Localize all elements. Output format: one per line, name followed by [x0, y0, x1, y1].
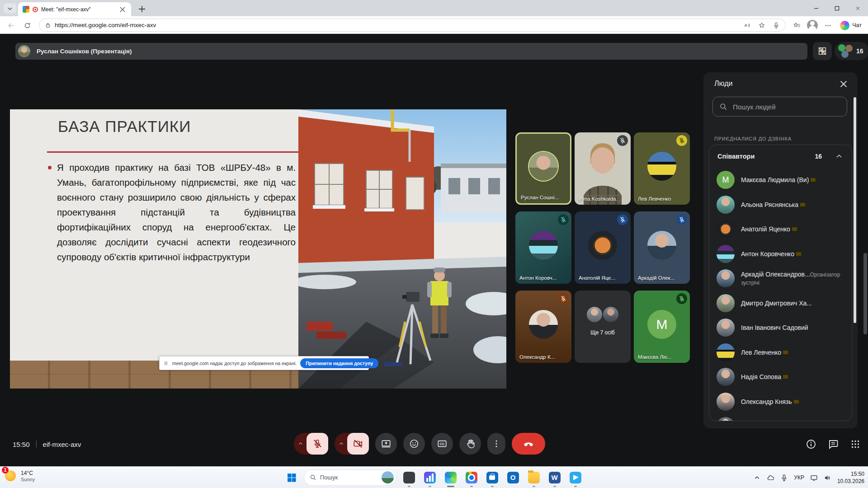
camera-off-button[interactable]: [347, 433, 369, 455]
taskbar-app-widgets[interactable]: [401, 469, 417, 486]
more-options-button[interactable]: [487, 433, 505, 455]
minimize-button[interactable]: [806, 0, 826, 16]
mic-off-icon[interactable]: [817, 200, 827, 210]
start-button[interactable]: [283, 469, 300, 486]
share-banner-message: meet.google.com надає доступ до зображен…: [172, 361, 297, 366]
favorite-star-icon[interactable]: [758, 22, 765, 29]
tab-close-icon[interactable]: [118, 5, 127, 14]
stop-sharing-button[interactable]: Припинити надання доступу: [300, 358, 378, 368]
more-options-icon[interactable]: [837, 299, 845, 307]
url-text[interactable]: https://meet.google.com/eif-mxec-axv: [55, 22, 740, 28]
tray-clock[interactable]: 15:50 10.03.2026: [837, 470, 864, 485]
onedrive-cloud-icon[interactable]: [767, 474, 774, 482]
tile-anton[interactable]: Антон Коровч...: [515, 211, 571, 284]
favorites-bar-icon[interactable]: [793, 22, 801, 29]
contributors-header[interactable]: Співавтори 16: [709, 145, 852, 168]
taskbar-app-explorer[interactable]: [525, 469, 542, 486]
mic-off-icon[interactable]: [817, 298, 827, 308]
more-options-icon[interactable]: [837, 398, 845, 406]
participant-name: Іван Іванович Садовий: [741, 324, 808, 331]
tile-iryna[interactable]: Iryna Koshkalda: [575, 132, 631, 205]
more-options-icon[interactable]: [837, 373, 845, 381]
reactions-button[interactable]: [403, 433, 425, 455]
volume-icon[interactable]: [824, 474, 831, 482]
voice-search-icon[interactable]: [773, 22, 780, 29]
tile-anatolii[interactable]: Анатолій Яце...: [575, 211, 631, 284]
mic-off-icon[interactable]: [817, 397, 827, 407]
search-highlight-image[interactable]: [382, 471, 394, 483]
search-icon: [719, 103, 727, 111]
new-tab-button[interactable]: [137, 4, 147, 14]
mic-off-icon[interactable]: [817, 323, 827, 333]
taskbar-app-outlook[interactable]: O: [505, 469, 521, 486]
taskbar-app-telegram[interactable]: [567, 469, 584, 486]
tiled-view-off-button[interactable]: [813, 42, 832, 60]
captions-button[interactable]: [431, 433, 453, 455]
collapse-chevron-icon[interactable]: [835, 152, 844, 161]
language-indicator[interactable]: УКР: [794, 474, 804, 481]
more-options-icon[interactable]: [837, 348, 845, 357]
weather-widget[interactable]: 1 14°C Sunny: [4, 469, 35, 483]
tile-others[interactable]: Ще 7 осіб: [575, 291, 631, 363]
copilot-button[interactable]: Чат: [838, 19, 866, 32]
back-icon[interactable]: [5, 19, 17, 32]
more-options-icon[interactable]: [837, 201, 845, 209]
tray-chevron-icon[interactable]: [753, 474, 761, 482]
maximize-button[interactable]: [826, 0, 847, 16]
meeting-details-icon[interactable]: [806, 439, 816, 450]
tile-lev[interactable]: Лев Левченко: [634, 132, 690, 205]
mic-off-icon[interactable]: [817, 347, 827, 357]
people-search[interactable]: [712, 97, 847, 117]
more-options-icon[interactable]: [837, 176, 845, 184]
read-aloud-icon[interactable]: [744, 22, 751, 29]
mic-off-button[interactable]: [307, 433, 328, 455]
mic-control[interactable]: [294, 433, 328, 455]
more-options-icon[interactable]: [837, 225, 845, 233]
mic-off-icon[interactable]: [817, 224, 827, 234]
mic-off-icon[interactable]: [817, 372, 827, 382]
taskbar-search[interactable]: Пошук: [304, 469, 396, 486]
more-options-icon[interactable]: [837, 250, 845, 258]
tile-ruslan[interactable]: Руслан Сошні...: [515, 132, 571, 205]
hide-banner-link[interactable]: Сховати: [384, 361, 402, 366]
end-call-button[interactable]: [512, 433, 545, 455]
page-scrollbar[interactable]: [863, 253, 867, 334]
more-options-icon[interactable]: [837, 324, 845, 332]
taskbar-app-chrome[interactable]: [463, 469, 480, 486]
more-options-icon[interactable]: [837, 274, 845, 282]
chat-icon[interactable]: [828, 439, 839, 450]
taskbar-app-trading[interactable]: [421, 469, 438, 486]
close-window-button[interactable]: [847, 0, 868, 16]
pause-share-icon[interactable]: [163, 361, 169, 366]
close-panel-icon[interactable]: [839, 79, 849, 89]
mic-off-icon[interactable]: [817, 249, 827, 259]
network-display-icon[interactable]: [810, 474, 818, 482]
activities-grid-icon[interactable]: [850, 439, 861, 450]
taskbar-app-word[interactable]: W: [546, 469, 563, 486]
tile-makeieva[interactable]: M Макєєва Лю...: [634, 291, 690, 363]
participants-cluster[interactable]: 16: [835, 42, 868, 60]
browser-menu-icon[interactable]: [824, 22, 832, 29]
present-screen-button[interactable]: [375, 433, 397, 455]
taskbar-app-edge[interactable]: [442, 469, 459, 486]
toolbar-right: Чат: [793, 19, 866, 32]
address-bar[interactable]: https://meet.google.com/eif-mxec-axv: [39, 19, 786, 32]
tile-oleksandr[interactable]: Олександр К...: [515, 291, 571, 363]
people-search-input[interactable]: [733, 103, 840, 111]
tile-arkadii[interactable]: Аркадій Олек...: [634, 211, 690, 284]
presenter-avatar: [18, 45, 30, 57]
tray-mic-icon[interactable]: [780, 474, 788, 482]
profile-avatar[interactable]: [807, 20, 818, 31]
camera-control[interactable]: [335, 433, 369, 455]
mic-off-icon[interactable]: [817, 175, 827, 185]
mic-off-icon[interactable]: [817, 273, 827, 283]
taskbar-app-store[interactable]: [484, 469, 500, 486]
smiley-icon: [409, 439, 419, 449]
mic-off-icon: [617, 214, 628, 225]
panel-scrollbar[interactable]: [854, 97, 856, 323]
tab-search-button[interactable]: [4, 3, 16, 14]
refresh-icon[interactable]: [21, 19, 33, 32]
browser-tab[interactable]: Meet: "eif-mxec-axv": [18, 2, 131, 16]
raise-hand-button[interactable]: [459, 433, 481, 455]
call-controls: [294, 433, 545, 455]
